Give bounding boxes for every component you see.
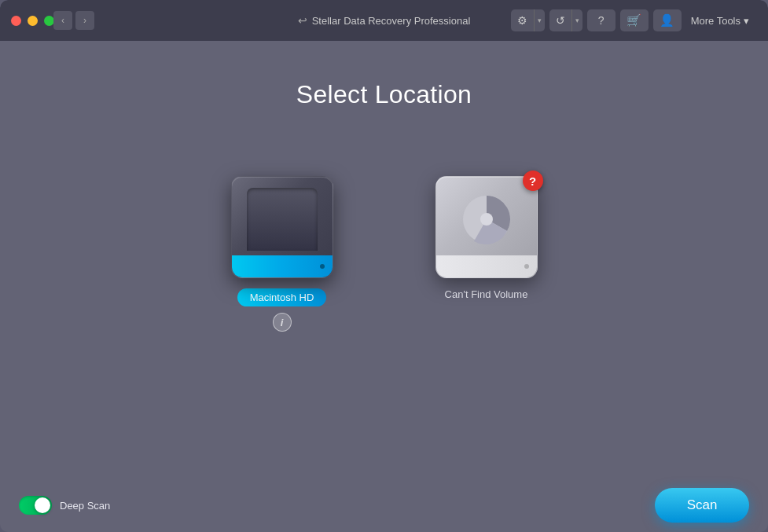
drives-container: Macintosh HD i ? [227, 172, 542, 332]
traffic-lights [11, 16, 54, 26]
undo-icon: ↩ [298, 14, 307, 27]
question-icon: ? [529, 174, 536, 188]
deep-scan-toggle-switch[interactable] [19, 496, 52, 515]
nav-forward-button[interactable]: › [75, 11, 94, 30]
toggle-knob [35, 497, 50, 513]
history-tool-button[interactable]: ↺ ▾ [549, 9, 582, 31]
drive-blue-bar [232, 255, 333, 277]
toolbar-tools: ⚙ ▾ ↺ ▾ ? 🛒 👤 More Tools ▾ [511, 9, 768, 31]
window-title-area: ↩ Stellar Data Recovery Professional [298, 14, 471, 27]
drive-info-button[interactable]: i [273, 313, 292, 332]
pie-chart [458, 191, 515, 248]
deep-scan-label: Deep Scan [60, 500, 110, 512]
chevron-left-icon: ‹ [61, 15, 64, 26]
drive-icon-macintosh-hd [227, 172, 337, 282]
drive-label-cantfind: Can't Find Volume [445, 288, 528, 300]
window-title: Stellar Data Recovery Professional [312, 15, 471, 27]
drive-white-bar [436, 255, 537, 277]
cart-icon: 🛒 [627, 13, 641, 28]
settings-tool-button[interactable]: ⚙ ▾ [511, 9, 545, 31]
nav-buttons: ‹ › [53, 11, 94, 30]
svg-point-1 [480, 213, 493, 226]
question-badge: ? [523, 171, 543, 191]
more-tools-button[interactable]: More Tools ▾ [685, 12, 755, 30]
drive-item-macintosh-hd[interactable]: Macintosh HD i [227, 172, 337, 332]
minimize-button[interactable] [28, 16, 38, 26]
drive-inner-mac [247, 188, 318, 251]
help-icon: ? [598, 14, 604, 27]
titlebar: ‹ › ↩ Stellar Data Recovery Professional… [0, 0, 768, 41]
main-content: Select Location Macintosh HD i ? [0, 41, 768, 532]
history-arrow-icon: ▾ [571, 9, 582, 31]
page-title: Select Location [296, 80, 472, 109]
cart-tool-button[interactable]: 🛒 [620, 9, 649, 31]
drive-body-cantfind [435, 176, 538, 278]
drive-icon-cantfind: ? [432, 172, 542, 282]
info-icon: i [281, 317, 284, 328]
help-tool-button[interactable]: ? [587, 9, 616, 31]
settings-icon: ⚙ [511, 9, 534, 31]
settings-arrow-icon: ▾ [534, 9, 545, 31]
more-tools-label: More Tools [691, 15, 740, 27]
close-button[interactable] [11, 16, 21, 26]
more-tools-arrow-icon: ▾ [744, 15, 749, 27]
deep-scan-toggle: Deep Scan [19, 496, 110, 515]
tool-buttons-group: ⚙ ▾ ↺ ▾ ? 🛒 👤 [511, 9, 682, 31]
bottom-bar: Deep Scan Scan [0, 479, 768, 532]
drive-item-cant-find-volume[interactable]: ? [432, 172, 542, 300]
drive-body-mac [231, 176, 333, 278]
nav-back-button[interactable]: ‹ [53, 11, 72, 30]
account-tool-button[interactable]: 👤 [653, 9, 682, 31]
drive-label-macintosh-hd: Macintosh HD [237, 288, 327, 306]
account-icon: 👤 [660, 13, 674, 28]
history-icon: ↺ [549, 9, 571, 31]
chevron-right-icon: › [83, 15, 86, 26]
drive-pie-area [451, 188, 522, 251]
scan-button[interactable]: Scan [655, 488, 749, 523]
